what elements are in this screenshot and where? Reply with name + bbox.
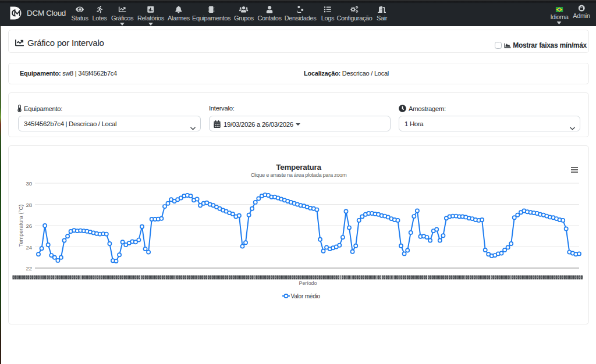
- svg-text:28: 28: [26, 202, 32, 208]
- svg-text:24: 24: [26, 244, 32, 251]
- svg-text:30: 30: [26, 180, 32, 187]
- svg-text:Temperatura: Temperatura: [276, 163, 321, 172]
- svg-text:Período: Período: [299, 280, 317, 286]
- svg-text:Temperatura (°C): Temperatura (°C): [17, 205, 24, 247]
- svg-text:Valor médio: Valor médio: [291, 293, 321, 299]
- svg-text:26: 26: [26, 223, 32, 229]
- svg-text:22: 22: [26, 265, 32, 272]
- svg-text:Clique e arraste na área plota: Clique e arraste na área plotada para zo…: [251, 172, 347, 178]
